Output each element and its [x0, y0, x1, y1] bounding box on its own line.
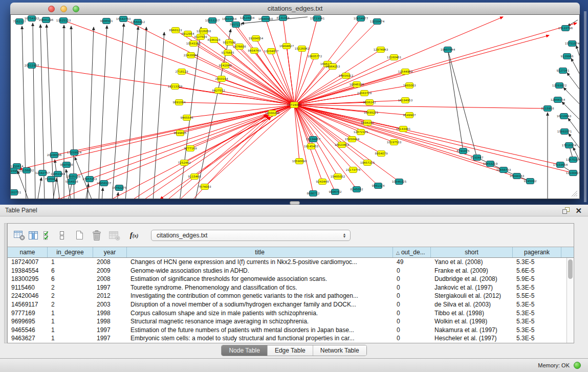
graph-node[interactable]: 15485032 [331, 174, 345, 180]
table-cell[interactable]: 1 [48, 309, 93, 318]
table-cell[interactable]: 18300295 [8, 275, 48, 283]
table-mode-button[interactable] [12, 228, 26, 243]
graph-node[interactable]: 11675334 [566, 157, 579, 163]
table-row[interactable]: 911546021997Tourette syndrome. Phenomeno… [8, 283, 567, 292]
table-row[interactable]: 1456911722003Disruption of a novel membe… [8, 300, 567, 309]
graph-node[interactable]: 12342757 [35, 170, 50, 176]
graph-node[interactable]: 8954079 [375, 151, 388, 157]
table-cell[interactable]: 2003 [93, 300, 127, 309]
graph-node[interactable]: 15542743 [116, 16, 131, 22]
table-cell[interactable]: Investigating the contribution of common… [127, 292, 393, 300]
graph-node[interactable]: 17103654 [553, 162, 568, 168]
table-cell[interactable]: 9777169 [8, 309, 48, 318]
table-cell[interactable]: 1 [48, 317, 93, 326]
graph-node[interactable]: 16964253 [325, 64, 340, 70]
window-resize-grip[interactable] [570, 189, 578, 197]
graph-node[interactable]: 9861324 [372, 183, 385, 189]
graph-node[interactable]: 9097588 [60, 162, 73, 168]
graph-node[interactable]: 8686712 [307, 191, 320, 196]
select-columns-button[interactable] [40, 228, 55, 243]
graph-node[interactable]: 12213309 [168, 84, 183, 90]
graph-node[interactable]: 8454749 [248, 48, 261, 54]
column-header-out_de[interactable]: △out_de... [393, 247, 431, 257]
column-header-pagerank[interactable]: pagerank [513, 247, 561, 257]
table-cell[interactable]: Stergiakouli et al. (2012) [431, 292, 513, 300]
graph-node[interactable]: 8912954 [182, 31, 194, 37]
graph-node[interactable]: 7485083 [403, 83, 416, 89]
graph-node[interactable]: 10590090 [292, 159, 307, 164]
row-height-button[interactable] [55, 228, 69, 243]
table-cell[interactable]: 5.3E-5 [513, 317, 561, 326]
graph-node[interactable]: 9115460 [188, 174, 201, 180]
graph-node[interactable]: 20206536 [47, 152, 62, 158]
table-cell[interactable]: 5.3E-5 [513, 283, 561, 292]
table-vertical-scrollbar[interactable] [567, 258, 574, 343]
table-cell[interactable]: Hescheler et al. (1997) [431, 334, 513, 343]
graph-node[interactable]: 11544909 [398, 69, 413, 75]
scrollbar-thumb[interactable] [568, 259, 573, 279]
graph-node[interactable]: 10197533 [387, 140, 402, 145]
table-row[interactable]: 946362711997Embryonic stem cells: a mode… [8, 334, 567, 343]
graph-node[interactable]: 12974943 [374, 47, 388, 53]
graph-node[interactable]: 15992071 [557, 129, 572, 135]
table-cell[interactable]: Tibbo et al. (1998) [431, 309, 513, 318]
column-header-in_degree[interactable]: in_degree [48, 247, 93, 257]
float-panel-icon[interactable] [561, 207, 570, 214]
table-row[interactable]: 969969511998Structural magnetic resonanc… [8, 317, 567, 326]
graph-node[interactable]: 13204077 [264, 49, 279, 54]
graph-node[interactable]: 9127509 [194, 34, 207, 40]
table-cell[interactable]: Nakamura et al. (1997) [431, 326, 513, 335]
graph-node[interactable]: 15226042 [295, 46, 309, 52]
table-cell[interactable]: 0 [393, 275, 431, 283]
graph-node[interactable]: 9806742 [329, 189, 342, 195]
table-cell[interactable]: 5.6E-5 [513, 267, 561, 275]
table-cell[interactable]: 5.3E-5 [513, 334, 561, 343]
table-cell[interactable]: Tourette syndrome. Phenomenology and cla… [127, 283, 393, 292]
table-cell[interactable]: 1 [48, 334, 93, 343]
column-header-year[interactable]: year [93, 247, 127, 257]
table-row[interactable]: 1938455462009Genome-wide association stu… [8, 267, 567, 275]
graph-node[interactable]: 9465546 [181, 115, 193, 121]
graph-node[interactable]: 15958434 [345, 137, 360, 142]
graph-node[interactable]: 15453219 [483, 161, 498, 167]
graph-node[interactable]: 11122796 [558, 26, 573, 31]
table-cell[interactable]: 0 [393, 292, 431, 300]
close-panel-icon[interactable]: ✕ [575, 207, 582, 214]
table-cell[interactable]: 22420046 [8, 292, 48, 300]
graph-node[interactable]: 9327508 [223, 40, 236, 46]
table-cell[interactable]: 9699695 [8, 317, 48, 326]
graph-node[interactable]: 15134457 [306, 137, 321, 142]
panel-splitter-handle[interactable] [290, 201, 300, 205]
table-cell[interactable]: 0 [393, 326, 431, 335]
table-cell[interactable]: 2 [48, 300, 93, 309]
table-cell[interactable]: Estimation of the future numbers of pati… [127, 326, 393, 335]
table-cell[interactable]: 9465546 [8, 326, 48, 335]
table-cell[interactable]: 1998 [93, 317, 127, 326]
graph-node[interactable]: 16210643 [557, 114, 572, 119]
graph-node[interactable]: 2718129 [176, 69, 188, 75]
graph-node[interactable]: 3915941 [11, 168, 20, 174]
table-cell[interactable]: 9115460 [8, 283, 48, 292]
graph-node[interactable]: 10653267 [205, 18, 220, 24]
table-cell[interactable]: 5.3E-5 [513, 300, 561, 309]
memory-ok-indicator[interactable] [574, 362, 581, 369]
table-row[interactable]: 1830029562008Estimation of significance … [8, 275, 567, 283]
graph-node[interactable]: 9806541 [100, 18, 113, 24]
table-source-selector[interactable]: citations_edges.txt ▲▼ [151, 230, 351, 241]
table-cell[interactable]: 0 [393, 334, 431, 343]
graph-node[interactable]: 9242848 [219, 63, 232, 69]
table-cell[interactable]: 0 [393, 283, 431, 292]
table-cell[interactable]: 6 [48, 275, 93, 283]
table-cell[interactable]: 2009 [93, 267, 127, 275]
graph-node[interactable]: 12226058 [197, 29, 211, 34]
table-cell[interactable]: Embryonic stem cells: a model to study s… [127, 334, 393, 343]
table-cell[interactable]: 5.9E-5 [513, 275, 561, 283]
graph-node[interactable]: 12100415 [566, 170, 579, 176]
tab-node-table[interactable]: Node Table [222, 345, 267, 356]
table-cell[interactable]: Corpus callosum shape and size in male p… [127, 309, 393, 318]
graph-node[interactable]: 21173776 [346, 167, 361, 173]
show-columns-button[interactable] [26, 228, 40, 243]
graph-node[interactable]: 13505135 [66, 174, 81, 180]
tab-network-table[interactable]: Network Table [313, 345, 366, 356]
table-cell[interactable]: 1997 [93, 326, 127, 335]
